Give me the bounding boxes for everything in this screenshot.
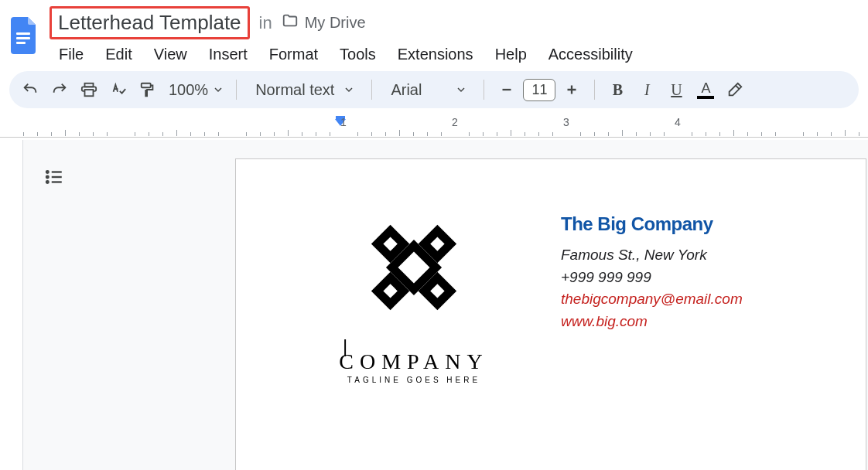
bold-button[interactable]: B — [604, 77, 630, 103]
horizontal-ruler[interactable]: 1234 — [0, 116, 868, 138]
text-color-swatch — [697, 96, 714, 99]
menu-format[interactable]: Format — [260, 43, 327, 66]
ruler-number: 2 — [452, 116, 458, 128]
paragraph-style-value: Normal text — [255, 81, 334, 99]
spellcheck-button[interactable] — [105, 77, 132, 103]
menu-tools[interactable]: Tools — [330, 43, 385, 66]
italic-button[interactable]: I — [634, 77, 660, 103]
docs-logo-icon[interactable] — [9, 15, 40, 56]
font-size-decrease-button[interactable] — [494, 77, 520, 103]
menu-file[interactable]: File — [50, 43, 93, 66]
highlight-color-button[interactable] — [722, 77, 748, 103]
folder-icon — [282, 12, 299, 33]
svg-point-8 — [46, 181, 49, 183]
menu-extensions[interactable]: Extensions — [388, 43, 483, 66]
ruler-number: 1 — [340, 116, 347, 128]
vertical-ruler[interactable] — [0, 140, 23, 470]
underline-button[interactable]: U — [663, 77, 689, 103]
company-info-block[interactable]: The Big Company Famous St., New York +99… — [561, 190, 743, 384]
menu-help[interactable]: Help — [486, 43, 536, 66]
font-select[interactable]: Arial — [381, 81, 474, 99]
svg-rect-1 — [16, 37, 30, 39]
letterhead-logo[interactable]: COMPANY TAGLINE GOES HERE — [329, 190, 499, 384]
svg-point-7 — [46, 176, 49, 179]
menu-view[interactable]: View — [145, 43, 196, 66]
font-size-increase-button[interactable] — [559, 77, 585, 103]
company-email: thebigcompany@email.com — [561, 288, 743, 311]
menu-accessibility[interactable]: Accessibility — [539, 43, 642, 66]
company-logo-icon — [329, 190, 499, 345]
redo-button[interactable] — [46, 77, 73, 103]
document-title[interactable]: Letterhead Template — [50, 6, 250, 39]
ruler-number: 4 — [675, 116, 681, 128]
separator — [594, 80, 595, 100]
separator — [236, 80, 237, 100]
outline-toggle-button[interactable] — [39, 162, 70, 192]
separator — [484, 80, 484, 100]
paint-format-button[interactable] — [135, 77, 161, 103]
chevron-down-icon — [345, 86, 353, 94]
svg-point-6 — [46, 171, 49, 173]
svg-rect-2 — [16, 42, 26, 44]
company-phone: +999 999 999 — [561, 267, 743, 289]
company-name: The Big Company — [561, 213, 743, 235]
print-button[interactable] — [76, 77, 102, 103]
ruler-number: 3 — [563, 116, 569, 128]
company-website: www.big.com — [561, 311, 743, 333]
menu-edit[interactable]: Edit — [96, 43, 141, 66]
svg-rect-11 — [424, 231, 450, 257]
paragraph-style-select[interactable]: Normal text — [246, 81, 362, 99]
company-address: Famous St., New York — [561, 244, 743, 267]
folder-location[interactable]: My Drive — [282, 12, 366, 33]
svg-rect-12 — [378, 278, 404, 304]
zoom-value: 100% — [169, 81, 208, 99]
font-size-input[interactable]: 11 — [523, 79, 555, 101]
text-cursor: | — [343, 335, 344, 356]
text-color-button[interactable]: A — [692, 77, 719, 103]
text-color-a-icon: A — [701, 81, 710, 95]
svg-rect-9 — [378, 231, 404, 257]
logo-text: COMPANY — [339, 349, 488, 374]
location-in-label: in — [259, 13, 272, 33]
chevron-down-icon — [214, 86, 222, 94]
svg-rect-4 — [85, 90, 94, 96]
chevron-down-icon — [457, 86, 465, 94]
folder-name: My Drive — [305, 14, 366, 32]
toolbar: 100% Normal text Arial 11 B I U A — [9, 71, 859, 108]
document-page[interactable]: COMPANY TAGLINE GOES HERE The Big Compan… — [235, 158, 866, 470]
menubar: File Edit View Insert Format Tools Exten… — [50, 43, 868, 66]
svg-rect-10 — [424, 278, 450, 304]
svg-rect-5 — [142, 83, 151, 88]
zoom-select[interactable]: 100% — [164, 81, 227, 99]
menu-insert[interactable]: Insert — [200, 43, 257, 66]
undo-button[interactable] — [17, 77, 43, 103]
logo-tagline: TAGLINE GOES HERE — [347, 376, 480, 384]
font-value: Arial — [391, 81, 422, 99]
separator — [371, 80, 372, 100]
svg-rect-0 — [16, 32, 30, 35]
